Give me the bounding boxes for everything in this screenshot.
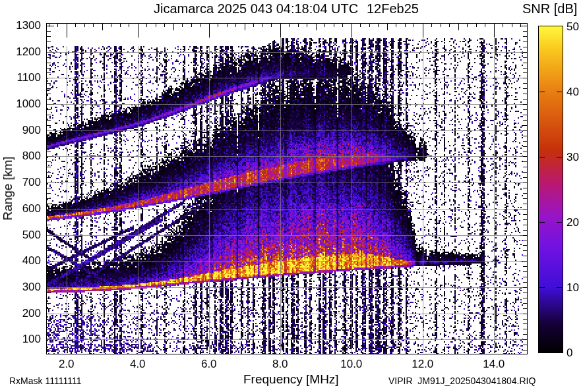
x-tick-label: 10.0 — [336, 358, 367, 371]
x-tick-label: 8.0 — [264, 358, 296, 371]
x-tick-label: 12.0 — [407, 358, 439, 371]
y-tick-label: 1300 — [8, 19, 41, 32]
y-tick-label: 1100 — [8, 71, 41, 84]
footer-rxmask: RxMask 11111111 — [9, 376, 81, 386]
x-tick-label: 6.0 — [193, 358, 225, 371]
ionogram-plot-canvas — [0, 0, 583, 392]
colorbar-tick-label: 30 — [567, 151, 579, 164]
y-tick-label: 500 — [8, 229, 41, 242]
y-tick-label: 700 — [8, 176, 41, 189]
colorbar-tick-label: 0 — [567, 347, 572, 360]
colorbar-tick-label: 10 — [567, 281, 579, 294]
y-tick-label: 200 — [8, 307, 41, 320]
y-tick-label: 900 — [8, 124, 41, 137]
y-tick-label: 300 — [8, 281, 41, 294]
ionogram-figure: Jicamarca 2025 043 04:18:04 UTC 12Feb25 … — [0, 0, 583, 392]
colorbar-tick-label: 20 — [567, 216, 579, 229]
plot-date: 12Feb25 — [367, 1, 419, 16]
y-tick-label: 400 — [8, 254, 41, 267]
colorbar-tick-label: 40 — [567, 86, 579, 99]
footer-filename: VIPIR JM91J_2025043041804.RIQ — [388, 376, 536, 386]
y-tick-label: 1200 — [8, 45, 41, 59]
y-tick-label: 800 — [8, 150, 41, 163]
y-tick-label: 1000 — [8, 98, 41, 111]
plot-title: Jicamarca 2025 043 04:18:04 UTC — [154, 1, 358, 16]
x-tick-label: 2.0 — [51, 358, 82, 371]
x-tick-label: 4.0 — [122, 358, 154, 371]
x-axis-label: Frequency [MHz] — [243, 372, 339, 387]
y-tick-label: 600 — [8, 202, 41, 215]
y-tick-label: 100 — [8, 333, 41, 346]
x-tick-label: 14.0 — [478, 358, 510, 371]
colorbar-title: SNR [dB] — [522, 1, 577, 16]
colorbar-tick-label: 50 — [567, 20, 579, 34]
